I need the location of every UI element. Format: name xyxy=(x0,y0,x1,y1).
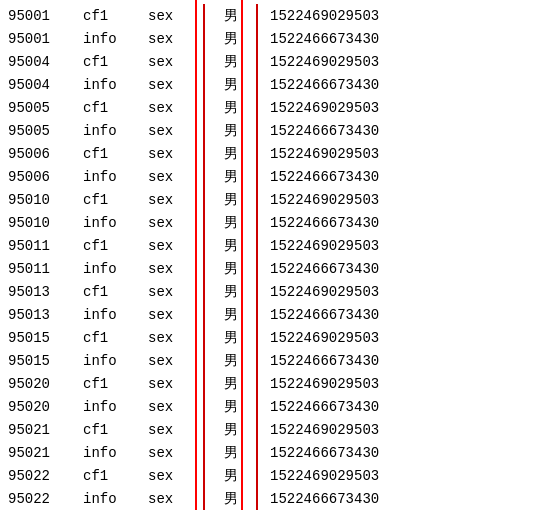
cell-value: 男 xyxy=(203,188,258,211)
cell-timestamp: 1522469029503 xyxy=(258,192,418,208)
cell-id: 95020 xyxy=(8,399,83,415)
cell-value: 男 xyxy=(203,418,258,441)
cell-timestamp: 1522469029503 xyxy=(258,146,418,162)
cell-value: 男 xyxy=(203,464,258,487)
cell-id: 95010 xyxy=(8,192,83,208)
cell-timestamp: 1522469029503 xyxy=(258,284,418,300)
table-row: 95021 cf1 sex 男 1522469029503 xyxy=(0,418,555,441)
cell-type: info xyxy=(83,77,148,93)
cell-id: 95022 xyxy=(8,491,83,507)
cell-value: 男 xyxy=(203,280,258,303)
cell-sex-label: sex xyxy=(148,238,203,254)
table-row: 95005 cf1 sex 男 1522469029503 xyxy=(0,96,555,119)
cell-id: 95015 xyxy=(8,330,83,346)
table-row: 95004 info sex 男 1522466673430 xyxy=(0,73,555,96)
cell-value: 男 xyxy=(203,487,258,510)
cell-timestamp: 1522466673430 xyxy=(258,77,418,93)
cell-type: info xyxy=(83,307,148,323)
cell-timestamp: 1522466673430 xyxy=(258,215,418,231)
cell-id: 95001 xyxy=(8,31,83,47)
cell-timestamp: 1522469029503 xyxy=(258,330,418,346)
cell-id: 95004 xyxy=(8,54,83,70)
cell-sex-label: sex xyxy=(148,399,203,415)
cell-timestamp: 1522469029503 xyxy=(258,422,418,438)
cell-timestamp: 1522466673430 xyxy=(258,399,418,415)
table-row: 95006 cf1 sex 男 1522469029503 xyxy=(0,142,555,165)
cell-type: info xyxy=(83,123,148,139)
cell-sex-label: sex xyxy=(148,284,203,300)
table-row: 95001 cf1 sex 男 1522469029503 xyxy=(0,4,555,27)
cell-type: info xyxy=(83,31,148,47)
cell-id: 95004 xyxy=(8,77,83,93)
cell-value: 男 xyxy=(203,50,258,73)
cell-id: 95010 xyxy=(8,215,83,231)
cell-sex-label: sex xyxy=(148,468,203,484)
cell-timestamp: 1522469029503 xyxy=(258,8,418,24)
cell-value: 男 xyxy=(203,349,258,372)
cell-type: cf1 xyxy=(83,330,148,346)
cell-id: 95005 xyxy=(8,100,83,116)
cell-value: 男 xyxy=(203,165,258,188)
cell-value: 男 xyxy=(203,96,258,119)
cell-type: cf1 xyxy=(83,8,148,24)
cell-id: 95006 xyxy=(8,169,83,185)
cell-sex-label: sex xyxy=(148,445,203,461)
cell-value: 男 xyxy=(203,441,258,464)
cell-sex-label: sex xyxy=(148,146,203,162)
cell-id: 95013 xyxy=(8,307,83,323)
table-row: 95005 info sex 男 1522466673430 xyxy=(0,119,555,142)
table-row: 95010 cf1 sex 男 1522469029503 xyxy=(0,188,555,211)
cell-type: cf1 xyxy=(83,376,148,392)
table-row: 95020 info sex 男 1522466673430 xyxy=(0,395,555,418)
cell-type: info xyxy=(83,169,148,185)
cell-value: 男 xyxy=(203,326,258,349)
cell-value: 男 xyxy=(203,372,258,395)
cell-id: 95011 xyxy=(8,238,83,254)
table-row: 95001 info sex 男 1522466673430 xyxy=(0,27,555,50)
cell-timestamp: 1522469029503 xyxy=(258,468,418,484)
cell-id: 95021 xyxy=(8,445,83,461)
cell-id: 95022 xyxy=(8,468,83,484)
cell-value: 男 xyxy=(203,119,258,142)
cell-timestamp: 1522469029503 xyxy=(258,376,418,392)
cell-timestamp: 1522469029503 xyxy=(258,54,418,70)
cell-type: cf1 xyxy=(83,238,148,254)
cell-sex-label: sex xyxy=(148,100,203,116)
cell-id: 95015 xyxy=(8,353,83,369)
cell-sex-label: sex xyxy=(148,8,203,24)
table-row: 95020 cf1 sex 男 1522469029503 xyxy=(0,372,555,395)
cell-id: 95005 xyxy=(8,123,83,139)
cell-timestamp: 1522469029503 xyxy=(258,100,418,116)
cell-type: cf1 xyxy=(83,468,148,484)
table-row: 95022 info sex 男 1522466673430 xyxy=(0,487,555,510)
cell-type: cf1 xyxy=(83,100,148,116)
cell-id: 95006 xyxy=(8,146,83,162)
cell-sex-label: sex xyxy=(148,31,203,47)
cell-timestamp: 1522466673430 xyxy=(258,123,418,139)
table-row: 95015 cf1 sex 男 1522469029503 xyxy=(0,326,555,349)
table-row: 95011 info sex 男 1522466673430 xyxy=(0,257,555,280)
cell-value: 男 xyxy=(203,395,258,418)
cell-sex-label: sex xyxy=(148,307,203,323)
table-row: 95013 info sex 男 1522466673430 xyxy=(0,303,555,326)
cell-sex-label: sex xyxy=(148,54,203,70)
cell-sex-label: sex xyxy=(148,261,203,277)
table-row: 95004 cf1 sex 男 1522469029503 xyxy=(0,50,555,73)
cell-value: 男 xyxy=(203,234,258,257)
cell-type: cf1 xyxy=(83,146,148,162)
cell-type: info xyxy=(83,491,148,507)
table-row: 95021 info sex 男 1522466673430 xyxy=(0,441,555,464)
cell-timestamp: 1522469029503 xyxy=(258,238,418,254)
cell-timestamp: 1522466673430 xyxy=(258,169,418,185)
cell-type: info xyxy=(83,261,148,277)
table-row: 95022 cf1 sex 男 1522469029503 xyxy=(0,464,555,487)
cell-value: 男 xyxy=(203,257,258,280)
cell-id: 95020 xyxy=(8,376,83,392)
cell-value: 男 xyxy=(203,73,258,96)
cell-sex-label: sex xyxy=(148,123,203,139)
table-row: 95013 cf1 sex 男 1522469029503 xyxy=(0,280,555,303)
table-row: 95015 info sex 男 1522466673430 xyxy=(0,349,555,372)
cell-type: cf1 xyxy=(83,54,148,70)
cell-sex-label: sex xyxy=(148,215,203,231)
cell-type: info xyxy=(83,399,148,415)
